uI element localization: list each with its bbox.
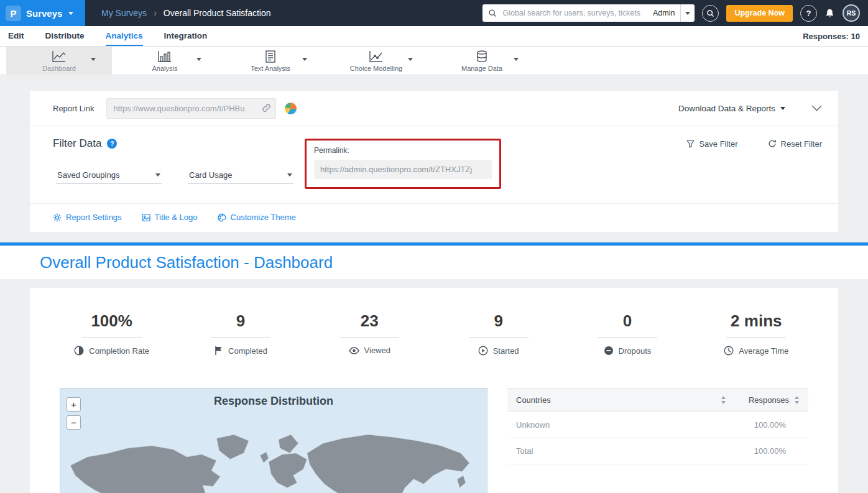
- report-link-field: [106, 98, 276, 119]
- flag-icon: [214, 346, 223, 356]
- gear-icon: [53, 213, 62, 222]
- questionpro-logo-icon: P: [6, 6, 21, 21]
- table-row: Total 100.00%: [507, 438, 808, 464]
- funnel-icon: [686, 140, 695, 148]
- chevron-down-icon: [811, 105, 822, 111]
- report-insights-icon[interactable]: [285, 103, 297, 114]
- report-link-input[interactable]: [106, 98, 276, 119]
- stat-started: 9 Started: [434, 311, 563, 356]
- caret-down-icon: [68, 12, 73, 15]
- user-avatar[interactable]: RS: [843, 4, 860, 22]
- search-icon: [706, 9, 714, 17]
- reset-icon: [768, 139, 777, 148]
- bell-icon: [824, 8, 835, 19]
- responses-count: Responses: 10: [803, 32, 860, 41]
- breadcrumb-current-survey: Overall Product Satisfaction: [164, 8, 271, 18]
- palette-icon: [218, 213, 226, 222]
- product-switcher[interactable]: P Surveys: [0, 0, 85, 26]
- stat-completion-rate: 100% Completion Rate: [47, 311, 176, 356]
- notifications-button[interactable]: [824, 8, 835, 19]
- analytics-toolbar: Dashboard Analysis Text Analysis Choice …: [0, 47, 868, 75]
- caret-down-icon[interactable]: [408, 58, 413, 61]
- countries-header-cell[interactable]: Countries: [516, 395, 726, 405]
- caret-down-icon: [287, 173, 292, 177]
- filter-help-icon[interactable]: ?: [107, 139, 117, 149]
- caret-down-icon: [780, 107, 785, 110]
- report-link-label: Report Link: [53, 104, 94, 113]
- eye-icon: [349, 346, 359, 355]
- analysis-chart-icon: [157, 50, 173, 63]
- topbar: P Surveys My Surveys › Overall Product S…: [0, 0, 868, 26]
- report-link-row: Report Link Download Data & Reports: [30, 91, 838, 126]
- zoom-in-button[interactable]: +: [67, 397, 81, 412]
- upgrade-now-button[interactable]: Upgrade Now: [726, 5, 793, 22]
- sort-icon: [721, 396, 726, 404]
- caret-down-icon[interactable]: [514, 58, 519, 61]
- report-filter-card: Report Link Download Data & Reports Filt…: [30, 91, 838, 232]
- save-filter-button[interactable]: Save Filter: [686, 139, 737, 149]
- dashboard-chart-icon: [51, 50, 67, 63]
- stats-row: 100% Completion Rate 9 Completed 23 View…: [30, 311, 838, 356]
- visualization-row: Response Distribution + −: [30, 388, 838, 493]
- toolbar-item-choice-modelling[interactable]: Choice Modelling: [323, 47, 429, 75]
- report-settings-row: Report Settings Title & Logo Customize T…: [30, 204, 838, 232]
- tab-analytics[interactable]: Analytics: [106, 26, 143, 46]
- search-button[interactable]: [702, 5, 719, 22]
- filter-section: Filter Data ? Save Filter Reset Filter S…: [30, 126, 838, 203]
- global-search: Admin: [482, 4, 695, 22]
- world-map: [60, 417, 487, 493]
- search-scope-dropdown[interactable]: [680, 4, 695, 22]
- breadcrumb: My Surveys › Overall Product Satisfactio…: [101, 8, 271, 18]
- caret-down-icon[interactable]: [302, 58, 307, 61]
- link-icon[interactable]: [262, 103, 271, 113]
- help-button[interactable]: ?: [800, 5, 817, 22]
- toolbar-item-text-analysis[interactable]: Text Analysis: [218, 47, 323, 75]
- dashboard-title-band: Overall Product Satisfaction - Dashboard: [0, 246, 868, 279]
- card-usage-select[interactable]: Card Usage: [188, 167, 293, 184]
- stat-viewed: 23 Viewed: [305, 311, 434, 356]
- caret-down-icon: [685, 12, 690, 15]
- database-icon: [474, 50, 490, 63]
- tab-edit[interactable]: Edit: [8, 26, 24, 46]
- reset-filter-button[interactable]: Reset Filter: [768, 139, 822, 149]
- responses-header-cell[interactable]: Responses: [726, 395, 800, 405]
- toolbar-item-manage-data[interactable]: Manage Data: [429, 47, 535, 75]
- permalink-input[interactable]: [314, 160, 492, 179]
- topbar-actions: Admin Upgrade Now ? RS: [482, 4, 868, 22]
- caret-down-icon[interactable]: [91, 58, 96, 61]
- permalink-highlight-box: Permalink:: [305, 139, 501, 189]
- global-search-box[interactable]: Admin: [482, 4, 680, 22]
- text-analysis-icon: [262, 50, 279, 63]
- response-distribution-map[interactable]: Response Distribution + −: [60, 388, 487, 493]
- tab-distribute[interactable]: Distribute: [45, 26, 85, 46]
- filter-data-title: Filter Data: [53, 137, 101, 150]
- breadcrumb-my-surveys[interactable]: My Surveys: [101, 8, 147, 18]
- choice-modelling-icon: [368, 50, 384, 63]
- permalink-label: Permalink:: [314, 146, 492, 155]
- stat-dropouts: 0 Dropouts: [563, 311, 691, 356]
- search-icon: [488, 9, 497, 17]
- survey-nav: Edit Distribute Analytics Integration Re…: [0, 26, 868, 47]
- survey-tabs: Edit Distribute Analytics Integration: [8, 26, 207, 46]
- stat-average-time: 2 mins Average Time: [692, 311, 821, 356]
- toolbar-item-analysis[interactable]: Analysis: [112, 47, 218, 75]
- report-settings-link[interactable]: Report Settings: [53, 213, 122, 222]
- page-title: Overall Product Satisfaction - Dashboard: [40, 253, 333, 272]
- clock-icon: [724, 346, 734, 356]
- customize-theme-link[interactable]: Customize Theme: [218, 213, 296, 222]
- search-scope-label: Admin: [653, 9, 675, 17]
- countries-table: Countries Responses Unknown 100.00% Tota…: [507, 388, 808, 464]
- caret-down-icon[interactable]: [196, 58, 201, 61]
- tab-integration[interactable]: Integration: [164, 26, 208, 46]
- map-title: Response Distribution: [60, 395, 487, 408]
- saved-groupings-select[interactable]: Saved Groupings: [56, 167, 162, 184]
- toolbar-item-dashboard[interactable]: Dashboard: [6, 47, 112, 75]
- global-search-input[interactable]: [501, 8, 649, 18]
- title-logo-link[interactable]: Title & Logo: [142, 213, 198, 222]
- collapse-panel-button[interactable]: [811, 105, 822, 111]
- completion-rate-icon: [74, 346, 84, 356]
- table-row: Unknown 100.00%: [507, 412, 808, 438]
- download-data-reports-menu[interactable]: Download Data & Reports: [678, 104, 785, 113]
- stat-completed: 9 Completed: [176, 311, 305, 356]
- product-label: Surveys: [26, 8, 62, 19]
